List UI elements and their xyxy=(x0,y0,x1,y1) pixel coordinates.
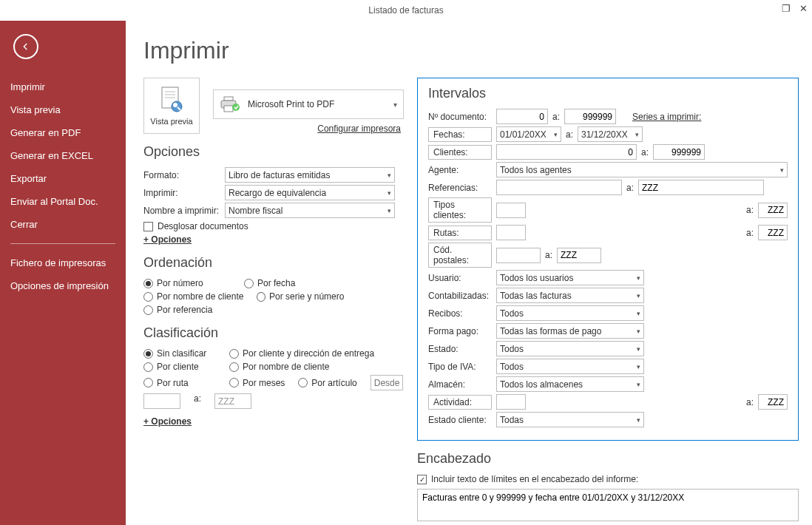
actividad-to-input[interactable] xyxy=(758,394,788,410)
sidebar-item-exportar[interactable]: Exportar xyxy=(0,167,126,190)
svg-point-10 xyxy=(232,104,240,111)
mas-opciones-link[interactable]: + Opciones xyxy=(143,234,192,245)
encabezado-textarea[interactable] xyxy=(417,489,799,521)
radio-por-numero[interactable]: Por número xyxy=(143,278,231,288)
radio-por-referencia[interactable]: Por referencia xyxy=(143,305,212,315)
svg-point-5 xyxy=(173,103,177,107)
contab-label: Contabilizadas: xyxy=(428,291,492,301)
preview-icon xyxy=(159,86,184,115)
series-link[interactable]: Series a imprimir: xyxy=(632,112,701,122)
svg-rect-7 xyxy=(224,97,233,101)
preview-label: Vista previa xyxy=(150,117,192,126)
preview-button[interactable]: Vista previa xyxy=(143,78,200,134)
sidebar-item-vista-previa[interactable]: Vista previa xyxy=(0,98,126,121)
ref-label: Referencias: xyxy=(428,183,492,193)
intervalos-heading: Intervalos xyxy=(428,86,788,101)
recibos-select[interactable]: Todos▾ xyxy=(496,305,644,321)
arrow-left-icon xyxy=(20,41,32,52)
ecli-select[interactable]: Todas▾ xyxy=(496,412,644,427)
window-close-icon[interactable]: ✕ xyxy=(799,3,808,14)
sidebar-divider xyxy=(10,243,115,244)
nombre-select[interactable]: Nombre fiscal▾ xyxy=(225,203,395,218)
configure-printer-link[interactable]: Configurar impresora xyxy=(213,123,401,134)
agente-label: Agente: xyxy=(428,165,492,175)
ndoc-label: Nº documento: xyxy=(428,112,492,122)
tipos-to-input[interactable] xyxy=(758,203,788,218)
radio-por-nombre-cliente[interactable]: Por nombre de cliente xyxy=(143,291,243,302)
sidebar-item-cerrar[interactable]: Cerrar xyxy=(0,213,126,236)
tipos-from-input[interactable] xyxy=(496,203,526,218)
rutas-button[interactable]: Rutas: xyxy=(428,226,492,240)
rutas-from-input[interactable] xyxy=(496,225,526,240)
window-title: Listado de facturas xyxy=(368,5,443,16)
radio-por-cliente[interactable]: Por cliente xyxy=(143,362,216,372)
printer-select[interactable]: Microsoft Print to PDF ▾ xyxy=(213,89,404,119)
ecli-label: Estado cliente: xyxy=(428,415,492,425)
iva-select[interactable]: Todos▾ xyxy=(496,359,644,374)
chevron-down-icon: ▾ xyxy=(393,101,397,109)
sidebar-item-generar-pdf[interactable]: Generar en PDF xyxy=(0,121,126,144)
fechas-button[interactable]: Fechas: xyxy=(428,127,492,142)
ndoc-from-input[interactable] xyxy=(496,109,548,124)
sidebar-item-generar-excel[interactable]: Generar en EXCEL xyxy=(0,144,126,167)
clas-desde-val xyxy=(143,393,180,409)
printer-icon xyxy=(220,95,240,113)
tipos-button[interactable]: Tipos clientes: xyxy=(428,197,492,223)
forma-select[interactable]: Todas las formas de pago▾ xyxy=(496,323,644,339)
cp-from-input[interactable] xyxy=(496,248,541,263)
agente-select[interactable]: Todos los agentes▾ xyxy=(496,162,788,177)
imprimir-select[interactable]: Recargo de equivalencia▾ xyxy=(225,185,395,200)
sidebar-item-fichero-impresoras[interactable]: Fichero de impresoras xyxy=(0,251,126,274)
actividad-button[interactable]: Actividad: xyxy=(428,395,492,410)
formato-label: Formato: xyxy=(143,170,225,180)
usuario-select[interactable]: Todos los usuarios▾ xyxy=(496,270,644,285)
intervalos-panel: Intervalos Nº documento: a: Series a imp… xyxy=(417,78,799,441)
window-restore-icon[interactable]: ❐ xyxy=(782,3,791,14)
radio-por-nombre-cliente2[interactable]: Por nombre de cliente xyxy=(229,362,329,372)
sidebar-item-enviar-portal[interactable]: Enviar al Portal Doc. xyxy=(0,190,126,213)
cp-to-input[interactable] xyxy=(557,248,601,263)
desglosar-checkbox[interactable]: Desglosar documentos xyxy=(143,221,404,231)
formato-select[interactable]: Libro de facturas emitidas▾ xyxy=(225,167,395,183)
usuario-label: Usuario: xyxy=(428,273,492,283)
radio-sin-clasificar[interactable]: Sin clasificar xyxy=(143,348,216,359)
estado-select[interactable]: Todos▾ xyxy=(496,341,644,356)
radio-por-meses[interactable]: Por meses xyxy=(229,375,285,390)
iva-label: Tipo de IVA: xyxy=(428,362,492,372)
sidebar: Imprimir Vista previa Generar en PDF Gen… xyxy=(0,21,126,525)
contab-select[interactable]: Todas las facturas▾ xyxy=(496,288,644,303)
radio-por-cliente-direccion[interactable]: Por cliente y dirección de entrega xyxy=(229,348,374,359)
sidebar-item-imprimir[interactable]: Imprimir xyxy=(0,75,126,98)
radio-por-articulo[interactable]: Por artículo xyxy=(298,375,356,390)
recibos-label: Recibos: xyxy=(428,308,492,319)
radio-por-ruta[interactable]: Por ruta xyxy=(143,375,216,390)
cli-from-input[interactable] xyxy=(496,144,637,160)
back-button[interactable] xyxy=(13,34,38,59)
almacen-select[interactable]: Todos los almacenes▾ xyxy=(496,376,644,392)
fecha-to-select[interactable]: 31/12/20XX▾ xyxy=(578,126,643,142)
radio-por-serie-numero[interactable]: Por serie y número xyxy=(257,291,344,302)
actividad-from-input[interactable] xyxy=(496,394,526,410)
svg-rect-9 xyxy=(224,106,233,112)
almacen-label: Almacén: xyxy=(428,379,492,390)
page-title: Imprimir xyxy=(143,37,799,64)
forma-label: Forma pago: xyxy=(428,326,492,336)
radio-por-fecha[interactable]: Por fecha xyxy=(244,278,302,288)
rutas-to-input[interactable] xyxy=(758,225,788,240)
clasificacion-heading: Clasificación xyxy=(143,325,404,341)
ndoc-to-input[interactable] xyxy=(564,109,616,124)
nombre-label: Nombre a imprimir: xyxy=(143,206,225,216)
ref-from-input[interactable] xyxy=(496,180,622,195)
ordenacion-heading: Ordenación xyxy=(143,255,404,271)
cli-to-input[interactable] xyxy=(653,144,705,160)
clas-desde-input xyxy=(371,375,403,390)
incluir-checkbox[interactable]: ✓Incluir texto de límites en el encabeza… xyxy=(417,474,799,484)
cp-button[interactable]: Cód. postales: xyxy=(428,243,492,268)
ref-to-input[interactable] xyxy=(638,180,764,195)
sidebar-item-opciones-impresion[interactable]: Opciones de impresión xyxy=(0,274,126,297)
mas-opciones-clas-link[interactable]: + Opciones xyxy=(143,416,192,427)
clientes-button[interactable]: Clientes: xyxy=(428,145,492,160)
opciones-heading: Opciones xyxy=(143,144,404,160)
clas-a-label: a: xyxy=(194,393,201,409)
fecha-from-select[interactable]: 01/01/20XX▾ xyxy=(496,126,561,142)
